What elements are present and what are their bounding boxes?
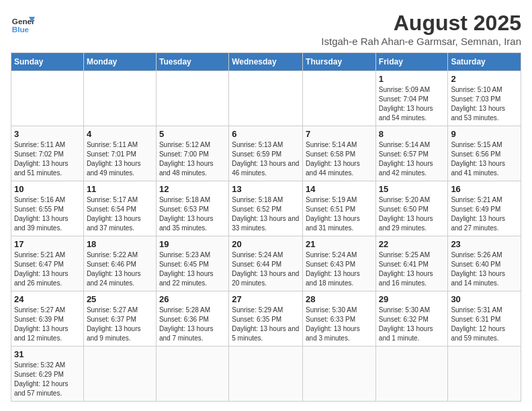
calendar-cell: 15Sunrise: 5:20 AM Sunset: 6:50 PM Dayli…: [375, 181, 448, 236]
day-info: Sunrise: 5:15 AM Sunset: 6:56 PM Dayligh…: [451, 140, 518, 178]
calendar-cell: 17Sunrise: 5:21 AM Sunset: 6:47 PM Dayli…: [11, 236, 84, 291]
day-info: Sunrise: 5:21 AM Sunset: 6:47 PM Dayligh…: [14, 250, 81, 288]
day-info: Sunrise: 5:23 AM Sunset: 6:45 PM Dayligh…: [159, 250, 226, 288]
day-info: Sunrise: 5:11 AM Sunset: 7:02 PM Dayligh…: [14, 140, 81, 178]
day-info: Sunrise: 5:29 AM Sunset: 6:35 PM Dayligh…: [232, 306, 300, 343]
day-number: 11: [87, 184, 153, 194]
weekday-header-saturday: Saturday: [448, 53, 521, 71]
day-number: 17: [14, 239, 81, 249]
day-number: 22: [379, 239, 445, 249]
day-info: Sunrise: 5:31 AM Sunset: 6:31 PM Dayligh…: [451, 306, 518, 343]
day-number: 29: [379, 294, 445, 304]
day-info: Sunrise: 5:30 AM Sunset: 6:32 PM Dayligh…: [379, 306, 445, 343]
calendar-cell: [83, 347, 156, 402]
day-number: 14: [306, 184, 373, 194]
calendar-cell: [303, 347, 376, 402]
calendar-cell: 16Sunrise: 5:21 AM Sunset: 6:49 PM Dayli…: [448, 181, 521, 236]
day-number: 16: [451, 184, 518, 194]
subtitle: Istgah-e Rah Ahan-e Garmsar, Semnan, Ira…: [321, 36, 521, 47]
day-info: Sunrise: 5:26 AM Sunset: 6:40 PM Dayligh…: [451, 250, 518, 288]
calendar-cell: 19Sunrise: 5:23 AM Sunset: 6:45 PM Dayli…: [156, 236, 228, 291]
calendar-week-1: 1Sunrise: 5:09 AM Sunset: 7:04 PM Daylig…: [11, 71, 521, 126]
calendar-cell: 31Sunrise: 5:32 AM Sunset: 6:29 PM Dayli…: [11, 347, 84, 402]
calendar-cell: 2Sunrise: 5:10 AM Sunset: 7:03 PM Daylig…: [448, 71, 521, 126]
calendar-cell: [83, 71, 156, 126]
day-number: 26: [159, 294, 226, 304]
weekday-header-tuesday: Tuesday: [156, 53, 228, 71]
day-number: 1: [379, 74, 445, 84]
calendar-cell: 12Sunrise: 5:18 AM Sunset: 6:53 PM Dayli…: [156, 181, 228, 236]
calendar-cell: 14Sunrise: 5:19 AM Sunset: 6:51 PM Dayli…: [303, 181, 376, 236]
calendar-cell: 1Sunrise: 5:09 AM Sunset: 7:04 PM Daylig…: [375, 71, 448, 126]
calendar-cell: 29Sunrise: 5:30 AM Sunset: 6:32 PM Dayli…: [375, 291, 448, 347]
day-info: Sunrise: 5:32 AM Sunset: 6:29 PM Dayligh…: [14, 361, 81, 398]
calendar-cell: 3Sunrise: 5:11 AM Sunset: 7:02 PM Daylig…: [11, 126, 84, 181]
calendar-cell: [156, 347, 228, 402]
day-number: 30: [451, 294, 518, 304]
day-number: 4: [87, 129, 153, 139]
day-number: 20: [232, 239, 300, 249]
day-info: Sunrise: 5:21 AM Sunset: 6:49 PM Dayligh…: [451, 195, 518, 233]
main-title: August 2025: [321, 11, 521, 36]
day-info: Sunrise: 5:28 AM Sunset: 6:36 PM Dayligh…: [159, 306, 226, 343]
day-number: 27: [232, 294, 300, 304]
logo: General Blue: [11, 11, 35, 35]
day-info: Sunrise: 5:12 AM Sunset: 7:00 PM Dayligh…: [159, 140, 226, 178]
day-info: Sunrise: 5:18 AM Sunset: 6:52 PM Dayligh…: [232, 195, 300, 233]
day-info: Sunrise: 5:13 AM Sunset: 6:59 PM Dayligh…: [232, 140, 300, 178]
day-info: Sunrise: 5:19 AM Sunset: 6:51 PM Dayligh…: [306, 195, 373, 233]
day-info: Sunrise: 5:17 AM Sunset: 6:54 PM Dayligh…: [87, 195, 153, 233]
day-info: Sunrise: 5:27 AM Sunset: 6:37 PM Dayligh…: [87, 306, 153, 343]
day-number: 24: [14, 294, 81, 304]
day-number: 12: [159, 184, 226, 194]
calendar-cell: 13Sunrise: 5:18 AM Sunset: 6:52 PM Dayli…: [229, 181, 303, 236]
calendar-cell: 6Sunrise: 5:13 AM Sunset: 6:59 PM Daylig…: [229, 126, 303, 181]
day-number: 15: [379, 184, 445, 194]
calendar-cell: [156, 71, 228, 126]
day-number: 10: [14, 184, 81, 194]
calendar-cell: 24Sunrise: 5:27 AM Sunset: 6:39 PM Dayli…: [11, 291, 84, 347]
calendar-cell: 25Sunrise: 5:27 AM Sunset: 6:37 PM Dayli…: [83, 291, 156, 347]
calendar-cell: 9Sunrise: 5:15 AM Sunset: 6:56 PM Daylig…: [448, 126, 521, 181]
day-number: 13: [232, 184, 300, 194]
day-info: Sunrise: 5:14 AM Sunset: 6:58 PM Dayligh…: [306, 140, 373, 178]
header: General Blue August 2025 Istgah-e Rah Ah…: [11, 11, 521, 47]
day-number: 8: [379, 129, 445, 139]
day-info: Sunrise: 5:27 AM Sunset: 6:39 PM Dayligh…: [14, 306, 81, 343]
calendar-cell: 30Sunrise: 5:31 AM Sunset: 6:31 PM Dayli…: [448, 291, 521, 347]
calendar-cell: [229, 71, 303, 126]
calendar-week-2: 3Sunrise: 5:11 AM Sunset: 7:02 PM Daylig…: [11, 126, 521, 181]
day-number: 3: [14, 129, 81, 139]
calendar-cell: 4Sunrise: 5:11 AM Sunset: 7:01 PM Daylig…: [83, 126, 156, 181]
calendar-cell: 28Sunrise: 5:30 AM Sunset: 6:33 PM Dayli…: [303, 291, 376, 347]
svg-text:Blue: Blue: [12, 25, 30, 34]
day-info: Sunrise: 5:25 AM Sunset: 6:41 PM Dayligh…: [379, 250, 445, 288]
calendar-cell: 11Sunrise: 5:17 AM Sunset: 6:54 PM Dayli…: [83, 181, 156, 236]
day-info: Sunrise: 5:22 AM Sunset: 6:46 PM Dayligh…: [87, 250, 153, 288]
weekday-header-thursday: Thursday: [303, 53, 376, 71]
calendar-week-6: 31Sunrise: 5:32 AM Sunset: 6:29 PM Dayli…: [11, 347, 521, 402]
calendar-cell: [375, 347, 448, 402]
calendar-cell: 20Sunrise: 5:24 AM Sunset: 6:44 PM Dayli…: [229, 236, 303, 291]
day-number: 31: [14, 349, 81, 359]
day-info: Sunrise: 5:14 AM Sunset: 6:57 PM Dayligh…: [379, 140, 445, 178]
day-number: 25: [87, 294, 153, 304]
calendar-cell: 26Sunrise: 5:28 AM Sunset: 6:36 PM Dayli…: [156, 291, 228, 347]
day-info: Sunrise: 5:18 AM Sunset: 6:53 PM Dayligh…: [159, 195, 226, 233]
calendar-cell: 23Sunrise: 5:26 AM Sunset: 6:40 PM Dayli…: [448, 236, 521, 291]
day-info: Sunrise: 5:11 AM Sunset: 7:01 PM Dayligh…: [87, 140, 153, 178]
weekday-header-sunday: Sunday: [11, 53, 84, 71]
calendar-cell: [229, 347, 303, 402]
day-info: Sunrise: 5:24 AM Sunset: 6:43 PM Dayligh…: [306, 250, 373, 288]
day-number: 23: [451, 239, 518, 249]
calendar-week-4: 17Sunrise: 5:21 AM Sunset: 6:47 PM Dayli…: [11, 236, 521, 291]
calendar-cell: 10Sunrise: 5:16 AM Sunset: 6:55 PM Dayli…: [11, 181, 84, 236]
day-number: 9: [451, 129, 518, 139]
calendar-week-3: 10Sunrise: 5:16 AM Sunset: 6:55 PM Dayli…: [11, 181, 521, 236]
logo-icon: General Blue: [11, 11, 35, 35]
day-number: 2: [451, 74, 518, 84]
calendar-cell: [11, 71, 84, 126]
day-number: 18: [87, 239, 153, 249]
day-info: Sunrise: 5:24 AM Sunset: 6:44 PM Dayligh…: [232, 250, 300, 288]
day-number: 28: [306, 294, 373, 304]
